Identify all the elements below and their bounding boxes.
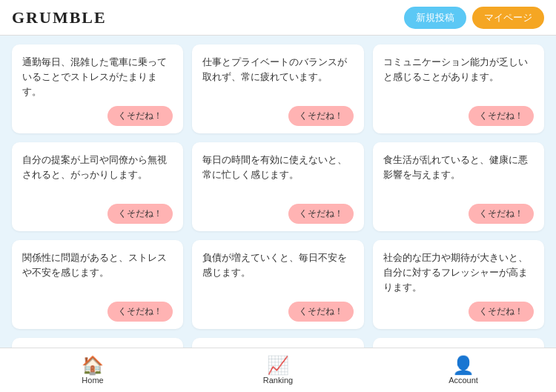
- nav-account-label: Account: [449, 376, 478, 385]
- kuso-button[interactable]: くそだね！: [288, 302, 354, 322]
- header-buttons: 新規投稿 マイページ: [404, 7, 544, 29]
- kuso-button[interactable]: くそだね！: [107, 106, 173, 126]
- card-item: 仕事とプライベートのバランスが取れず、常に疲れています。くそだね！: [192, 44, 363, 133]
- card-item: 自分の提案が上司や同僚から無視されると、がっかりします。くそだね！: [12, 142, 183, 231]
- card-text: コミュニケーション能力が乏しいと感じることがあります。: [383, 55, 534, 100]
- kuso-button[interactable]: くそだね！: [288, 204, 354, 224]
- card-footer: くそだね！: [202, 204, 353, 224]
- kuso-button[interactable]: くそだね！: [469, 204, 534, 224]
- card-text: 関係性に問題があると、ストレスや不安を感じます。: [22, 250, 173, 296]
- card-footer: くそだね！: [202, 106, 353, 126]
- account-icon: 👤: [452, 356, 474, 374]
- ranking-icon: 📈: [267, 356, 289, 374]
- main-content: 通勤毎日、混雑した電車に乗っていることでストレスがたまります。くそだね！仕事とプ…: [0, 36, 556, 392]
- app-logo: Grumble: [12, 8, 107, 27]
- kuso-button[interactable]: くそだね！: [288, 106, 354, 126]
- card-footer: くそだね！: [383, 204, 534, 224]
- new-post-button[interactable]: 新規投稿: [404, 7, 466, 29]
- card-text: 社会的な圧力や期待が大きいと、自分に対するフレッシャーが高まります。: [383, 250, 534, 296]
- card-footer: くそだね！: [22, 302, 173, 322]
- card-footer: くそだね！: [202, 302, 353, 322]
- kuso-button[interactable]: くそだね！: [107, 204, 173, 224]
- card-text: 自分の提案が上司や同僚から無視されると、がっかりします。: [22, 153, 173, 198]
- nav-item-account[interactable]: 👤 Account: [371, 352, 556, 389]
- card-item: 食生活が乱れていると、健康に悪影響を与えます。くそだね！: [373, 142, 544, 231]
- card-footer: くそだね！: [22, 106, 173, 126]
- card-item: 毎日の時間を有効に使えないと、常に忙しく感じます。くそだね！: [192, 142, 363, 231]
- nav-item-ranking[interactable]: 📈 Ranking: [185, 352, 371, 389]
- kuso-button[interactable]: くそだね！: [469, 302, 534, 322]
- card-item: 負債が増えていくと、毎日不安を感じます。くそだね！: [192, 240, 363, 329]
- app-header: Grumble 新規投稿 マイページ: [0, 0, 556, 36]
- nav-item-home[interactable]: 🏠 Home: [0, 352, 185, 389]
- card-text: 負債が増えていくと、毎日不安を感じます。: [202, 250, 353, 296]
- card-footer: くそだね！: [22, 204, 173, 224]
- card-item: 通勤毎日、混雑した電車に乗っていることでストレスがたまります。くそだね！: [12, 44, 183, 133]
- card-grid: 通勤毎日、混雑した電車に乗っていることでストレスがたまります。くそだね！仕事とプ…: [12, 44, 544, 392]
- bottom-nav: 🏠 Home 📈 Ranking 👤 Account: [0, 348, 556, 392]
- nav-ranking-label: Ranking: [263, 376, 293, 385]
- card-item: 関係性に問題があると、ストレスや不安を感じます。くそだね！: [12, 240, 183, 329]
- kuso-button[interactable]: くそだね！: [469, 106, 534, 126]
- home-icon: 🏠: [82, 356, 104, 374]
- card-text: 仕事とプライベートのバランスが取れず、常に疲れています。: [202, 55, 353, 100]
- card-footer: くそだね！: [383, 302, 534, 322]
- card-text: 通勤毎日、混雑した電車に乗っていることでストレスがたまります。: [22, 55, 173, 100]
- my-page-button[interactable]: マイページ: [472, 7, 544, 29]
- card-item: 社会的な圧力や期待が大きいと、自分に対するフレッシャーが高まります。くそだね！: [373, 240, 544, 329]
- kuso-button[interactable]: くそだね！: [107, 302, 173, 322]
- card-item: コミュニケーション能力が乏しいと感じることがあります。くそだね！: [373, 44, 544, 133]
- card-text: 毎日の時間を有効に使えないと、常に忙しく感じます。: [202, 153, 353, 198]
- card-footer: くそだね！: [383, 106, 534, 126]
- nav-home-label: Home: [82, 376, 103, 385]
- card-text: 食生活が乱れていると、健康に悪影響を与えます。: [383, 153, 534, 198]
